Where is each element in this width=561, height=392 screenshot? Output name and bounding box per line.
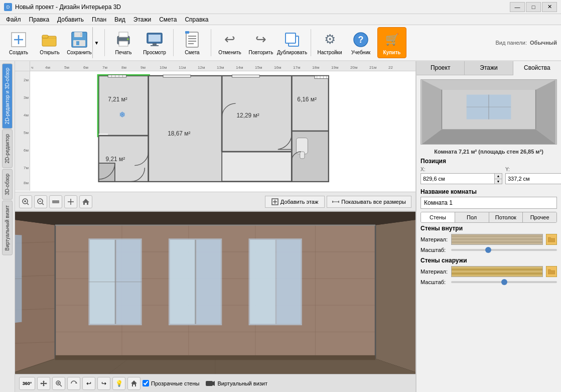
sub-tab-walls[interactable]: Стены (421, 212, 455, 222)
properties-section: Позиция X: ▲ ▼ Y: (416, 156, 561, 392)
redo-3d-button[interactable]: ↪ (97, 377, 110, 390)
tab-floors[interactable]: Этажи (465, 61, 513, 75)
menu-add[interactable]: Добавить (53, 14, 88, 25)
svg-rect-40 (292, 76, 328, 131)
outer-scale-label: Масштаб: (420, 279, 448, 285)
help-label: Учебник (351, 50, 370, 55)
room-name-input[interactable] (420, 197, 557, 209)
view-2d: ч 4м 5м 6м 7м 8м 9м 10м 11м 12м 13м 14м … (15, 61, 415, 212)
sidebar-tab-2d3d[interactable]: 2D-редактор и 3D-обзор (2, 63, 13, 128)
tab-properties[interactable]: Свойства (513, 61, 561, 75)
estimate-button[interactable]: Смета (178, 27, 207, 58)
sub-tab-floor[interactable]: Пол (455, 212, 489, 222)
redo-button[interactable]: ↪ Повторить (246, 27, 275, 58)
menu-estimate[interactable]: Смета (155, 14, 181, 25)
menu-file[interactable]: Файл (2, 14, 25, 25)
virtual-visit-label: Виртуальный визит (217, 380, 267, 386)
save-button[interactable]: Сохранить (66, 27, 92, 58)
light-button[interactable]: 💡 (112, 377, 125, 390)
duplicate-button[interactable]: Дублировать (277, 27, 307, 58)
sub-tab-other[interactable]: Прочее (523, 212, 556, 222)
svg-text:12,29 м²: 12,29 м² (236, 112, 259, 119)
zoom-out-button[interactable] (34, 195, 47, 208)
svg-marker-83 (82, 199, 89, 205)
svg-rect-18 (151, 45, 159, 46)
window-title: Новый проект - Дизайн Интерьера 3D (15, 4, 121, 11)
sidebar-tab-2d[interactable]: 2D-редактор (2, 129, 13, 168)
print-icon (115, 31, 132, 48)
svg-rect-35 (149, 76, 222, 182)
ruler-top: ч 4м 5м 6м 7м 8м 9м 10м 11м 12м 13м 14м … (30, 61, 415, 71)
home-3d-button[interactable] (127, 377, 141, 390)
y-input[interactable] (506, 174, 561, 184)
svg-line-134 (60, 384, 62, 386)
measure-button[interactable] (49, 195, 62, 208)
svg-marker-151 (548, 270, 555, 274)
folder-icon (548, 236, 555, 243)
outer-material-preview (451, 266, 543, 277)
toolbar-sep-1 (104, 29, 105, 56)
pan-button[interactable] (37, 377, 50, 390)
menu-floors[interactable]: Этажи (129, 14, 155, 25)
print-button[interactable]: Печать (109, 27, 138, 58)
settings-button[interactable]: ⚙ Настройки (315, 27, 344, 58)
open-button[interactable]: Открыть (35, 27, 64, 58)
home-button-2d[interactable] (79, 195, 92, 208)
app-icon: D (4, 3, 12, 11)
close-button[interactable]: ✕ (542, 2, 557, 12)
save-label: Сохранить (67, 50, 92, 55)
x-up-button[interactable]: ▲ (495, 174, 502, 179)
outer-scale-thumb[interactable] (501, 279, 507, 285)
toolbar-sep-4 (311, 29, 311, 56)
folder-open-icon (548, 268, 555, 275)
buy-button[interactable]: 🛒 Купить (377, 27, 406, 58)
zoom-3d-button[interactable] (52, 377, 65, 390)
save-dropdown-button[interactable]: ▼ (92, 27, 100, 58)
360-button[interactable]: 360° (19, 377, 35, 390)
outer-scale-slider[interactable] (451, 281, 557, 283)
floor-plan[interactable]: 7,21 м² ❅ 18,67 м² 12,29 м² 6,16 м² (30, 71, 415, 191)
minimize-button[interactable]: — (510, 2, 525, 12)
menu-edit[interactable]: Правка (25, 14, 54, 25)
inner-material-browse-button[interactable] (546, 234, 557, 245)
floor-plan-svg: 7,21 м² ❅ 18,67 м² 12,29 м² 6,16 м² (30, 71, 415, 191)
show-dimensions-button[interactable]: Показывать все размеры (327, 196, 411, 208)
reset-view-button[interactable] (64, 195, 77, 208)
inner-scale-slider[interactable] (451, 249, 557, 251)
buy-label: Купить (383, 50, 401, 55)
toolbar-sep-3 (211, 29, 211, 56)
maximize-button[interactable]: □ (526, 2, 541, 12)
inner-scale-thumb[interactable] (485, 247, 491, 253)
menu-view[interactable]: Вид (110, 14, 129, 25)
svg-rect-110 (250, 240, 275, 324)
add-floor-button[interactable]: Добавить этаж (265, 196, 325, 208)
svg-rect-106 (170, 240, 196, 324)
create-button[interactable]: Создать (4, 27, 33, 58)
svg-marker-125 (15, 212, 415, 225)
tab-project[interactable]: Проект (416, 61, 465, 75)
svg-rect-12 (119, 32, 128, 37)
outer-material-browse-button[interactable] (546, 266, 557, 277)
undo-3d-button[interactable]: ↩ (82, 377, 95, 390)
menu-plan[interactable]: План (88, 14, 110, 25)
transparent-walls-checkbox[interactable] (143, 380, 149, 386)
3d-canvas: ТВОИ ПРОГРАММЫ.РУ (15, 212, 415, 392)
help-button[interactable]: ? Учебник (346, 27, 375, 58)
svg-marker-143 (422, 129, 555, 144)
undo-button[interactable]: ↩ Отменить (215, 27, 244, 58)
menu-help[interactable]: Справка (181, 14, 212, 25)
view-3d[interactable]: ТВОИ ПРОГРАММЫ.РУ 360° ↩ ↪ 💡 (15, 212, 415, 392)
svg-rect-17 (153, 43, 157, 45)
y-label: Y: (505, 167, 561, 172)
transparent-walls-toggle[interactable]: Прозрачные стены (143, 380, 199, 386)
sidebar-tab-virtual[interactable]: Виртуальный визит (2, 201, 13, 255)
sub-tab-ceiling[interactable]: Потолок (489, 212, 523, 222)
x-down-button[interactable]: ▼ (495, 179, 502, 184)
rotate-button[interactable] (67, 377, 80, 390)
zoom-in-button[interactable] (19, 195, 32, 208)
sidebar-tab-3d[interactable]: 3D-обзор (2, 169, 13, 200)
svg-text:6,16 м²: 6,16 м² (297, 96, 317, 103)
outer-walls-scale-row: Масштаб: (420, 279, 557, 285)
x-input[interactable] (421, 174, 494, 184)
preview-button[interactable]: Просмотр (140, 27, 169, 58)
